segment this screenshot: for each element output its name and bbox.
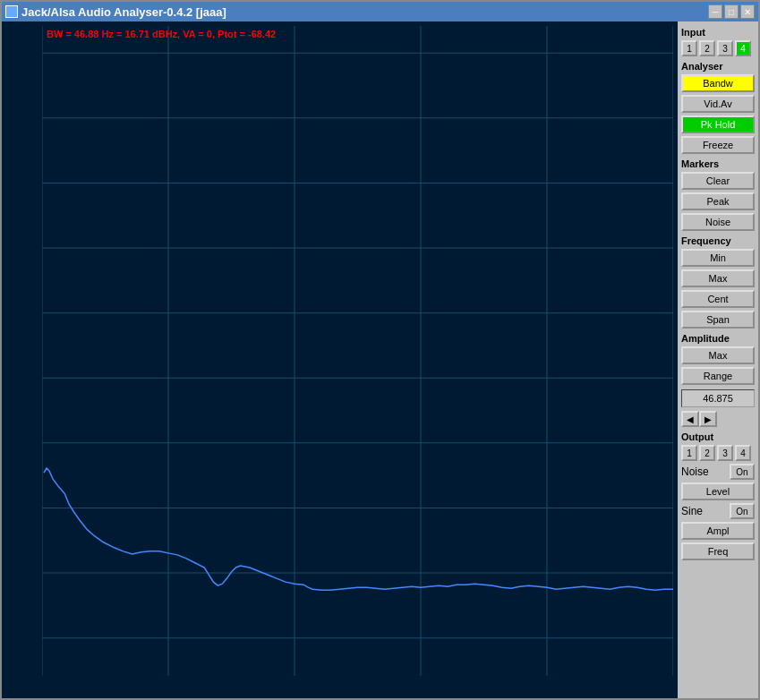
sine-on-button[interactable]: On [730, 503, 755, 519]
noise-row: Noise On [681, 464, 755, 480]
close-button[interactable]: ✕ [740, 4, 755, 19]
title-bar: Jack/Alsa Audio Analyser-0.4.2 [jaaa] ─ … [2, 2, 758, 21]
output-buttons: 1 2 3 4 [681, 445, 755, 461]
markers-label: Markers [681, 158, 755, 169]
clear-button[interactable]: Clear [681, 172, 755, 190]
maximize-button[interactable]: □ [724, 4, 739, 19]
output-button-1[interactable]: 1 [681, 445, 697, 461]
window-icon [5, 5, 18, 18]
freq-max-button[interactable]: Max [681, 269, 755, 287]
noise-label2: Noise [681, 465, 709, 478]
window-controls: ─ □ ✕ [708, 4, 755, 19]
input-button-1[interactable]: 1 [681, 40, 697, 56]
arrow-controls: ◀ ▶ [681, 411, 755, 427]
output-button-4[interactable]: 4 [735, 445, 751, 461]
noise-button[interactable]: Noise [681, 213, 755, 231]
vid-av-button[interactable]: Vid.Av [681, 95, 755, 113]
ampl-button[interactable]: Ampl [681, 522, 755, 540]
arrow-right-button[interactable]: ▶ [699, 411, 717, 427]
freq-min-button[interactable]: Min [681, 249, 755, 267]
input-buttons: 1 2 3 4 [681, 40, 755, 56]
freq-span-button[interactable]: Span [681, 311, 755, 329]
info-label: BW = 46.88 Hz = 16.71 dBHz, VA = 0, Ptot… [47, 29, 276, 39]
freq-button[interactable]: Freq [681, 542, 755, 560]
bandw-button[interactable]: Bandw [681, 74, 755, 92]
input-button-4[interactable]: 4 [735, 40, 751, 56]
output-button-2[interactable]: 2 [699, 445, 715, 461]
right-panel: Input 1 2 3 4 Analyser Bandw Vid.Av Pk H… [678, 21, 758, 698]
input-label: Input [681, 27, 755, 38]
freeze-button[interactable]: Freeze [681, 136, 755, 154]
minimize-button[interactable]: ─ [708, 4, 722, 19]
main-window: Jack/Alsa Audio Analyser-0.4.2 [jaaa] ─ … [0, 0, 760, 700]
sine-row: Sine On [681, 503, 755, 519]
spectrum-chart: 0 -10 -20 -30 -40 -50 -60 -70 -80 -90 -1… [42, 26, 673, 676]
chart-area: BW = 46.88 Hz = 16.71 dBHz, VA = 0, Ptot… [2, 21, 678, 698]
window-title: Jack/Alsa Audio Analyser-0.4.2 [jaaa] [21, 5, 226, 19]
pk-hold-button[interactable]: Pk Hold [681, 115, 755, 133]
level-button[interactable]: Level [681, 482, 755, 500]
input-button-2[interactable]: 2 [699, 40, 715, 56]
peak-button[interactable]: Peak [681, 192, 755, 210]
main-content: BW = 46.88 Hz = 16.71 dBHz, VA = 0, Ptot… [2, 21, 758, 698]
sine-label: Sine [681, 505, 703, 517]
input-button-3[interactable]: 3 [717, 40, 733, 56]
output-button-3[interactable]: 3 [717, 445, 733, 461]
freq-cent-button[interactable]: Cent [681, 290, 755, 308]
noise-on-button[interactable]: On [730, 464, 755, 480]
arrow-left-button[interactable]: ◀ [681, 411, 699, 427]
svg-rect-0 [42, 26, 673, 676]
value-display: 46.875 [681, 389, 755, 407]
range-button[interactable]: Range [681, 367, 755, 385]
output-label: Output [681, 431, 755, 442]
amplitude-label: Amplitude [681, 333, 755, 344]
analyser-label: Analyser [681, 61, 755, 72]
frequency-label: Frequency [681, 235, 755, 246]
amp-max-button[interactable]: Max [681, 346, 755, 364]
